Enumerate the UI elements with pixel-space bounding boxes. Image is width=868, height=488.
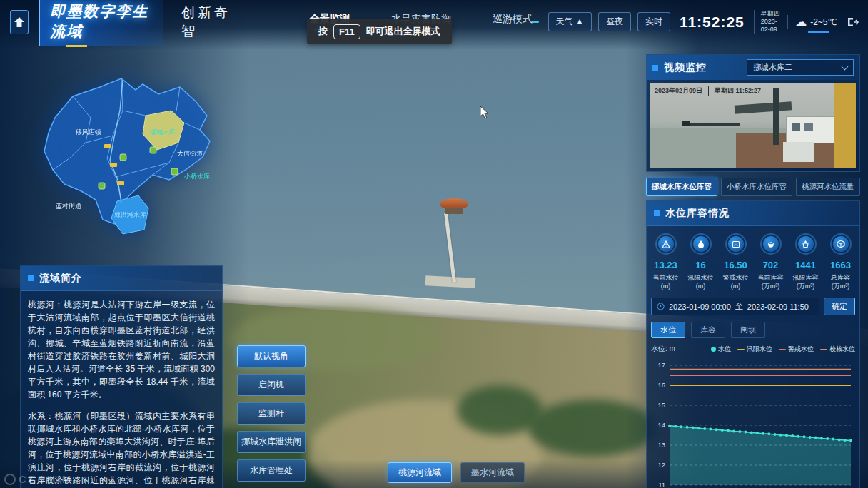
app-title-block: 即墨数字孪生流域: [39, 0, 163, 46]
cube-icon: [833, 236, 849, 252]
scene-pier: [444, 213, 456, 283]
tab-water-level[interactable]: 水位: [651, 322, 685, 338]
exit-fullscreen-button[interactable]: [847, 16, 859, 28]
bullet-icon: [654, 210, 660, 216]
home-icon: [13, 16, 26, 29]
fullscreen-tooltip: 按 F11 即可退出全屏模式: [307, 19, 452, 44]
svg-text:13: 13: [657, 441, 665, 449]
day-night-button[interactable]: 昼夜: [598, 12, 631, 31]
tab-xiaoqiao-level-capacity[interactable]: 小桥水库水位库容: [721, 178, 792, 196]
tab-capacity[interactable]: 库容: [691, 322, 725, 338]
overview-map[interactable]: 移风店镇 大信街道 蓝村街道 挪城水库 小桥水库 棘洪滩水库: [16, 50, 224, 237]
warning-triangle-icon: [658, 236, 674, 252]
right-panel-column: 视频监控 挪城水库二 2023年02月09日: [646, 54, 860, 488]
water-level-chart[interactable]: 171615141312112023-01-092023-01-182023-0…: [648, 355, 857, 488]
tab-moshui-basin[interactable]: 墨水河流域: [460, 462, 525, 483]
date-range-input[interactable]: 2023-01-09 00:00 至 2023-02-09 11:50: [651, 298, 819, 315]
level-capacity-title: 水位库容情况: [665, 207, 730, 220]
video-feed: 2023年02月09日 星期四 11:52:27: [650, 83, 856, 168]
map-label: 移风店镇: [75, 128, 101, 136]
video-timestamp: 2023年02月09日 星期四 11:52:27: [655, 86, 761, 96]
intro-text: 桃源河：桃源河是大沽河下游左岸一级支流，位于大沽河流域南部，起点位于即墨区大信街…: [21, 291, 222, 488]
legend-item[interactable]: 警戒水位: [779, 345, 814, 354]
tab-taoyuan-level-flow[interactable]: 桃源河水位流量: [796, 178, 860, 196]
intro-title: 流域简介: [39, 272, 82, 285]
temp-accent: [808, 31, 829, 33]
confirm-button[interactable]: 确定: [824, 298, 855, 315]
svg-text:12: 12: [657, 461, 665, 469]
realtime-button[interactable]: 实时: [637, 12, 670, 31]
legend-item[interactable]: 水位: [711, 345, 731, 354]
mouse-cursor: [480, 106, 490, 120]
view-reservoir-office-button[interactable]: 水库管理处: [237, 459, 306, 482]
stat-current-level: 13.23 当前水位(m): [648, 233, 683, 290]
water-drop-icon: [693, 236, 709, 252]
legend-item[interactable]: 汛限水位: [737, 345, 772, 354]
camera-select[interactable]: 挪城水库二: [747, 59, 854, 76]
stats-row: 13.23 当前水位(m) 16 汛限水位(m) 16.50 警戒水位(m): [647, 226, 859, 295]
basin-switcher: 桃源河流域 墨水河流域: [388, 462, 525, 483]
cloud-icon: ☁: [795, 15, 807, 29]
stat-current-capacity: 702 当前库容(万m³): [753, 233, 788, 290]
svg-text:16: 16: [657, 381, 665, 389]
basin-intro-panel: 流域简介 桃源河：桃源河是大沽河下游左岸一级支流，位于大沽河流域南部，起点位于即…: [20, 265, 223, 488]
panel-header: 水位库容情况: [647, 201, 859, 226]
metric-tabs: 水位 库容 闸坝: [651, 322, 855, 338]
app-root: 即墨数字孪生流域 创新奇智 全景监测 水旱灾害防御 巡游模式 天气 ▲ 昼夜 实…: [0, 0, 868, 488]
weekday: 星期四: [761, 10, 780, 17]
map-label: 挪城水库: [150, 128, 176, 136]
date: 2023-02-09: [761, 18, 777, 33]
date-end: 2023-02-09 11:50: [747, 303, 809, 311]
bullet-icon: [28, 275, 34, 281]
tab-sluice[interactable]: 闸坝: [731, 322, 765, 338]
scene-trees: [528, 400, 657, 457]
top-bar-right: 天气 ▲ 昼夜 实时 11:52:25 星期四 2023-02-09 ☁ -2~…: [533, 10, 859, 34]
stat-warning-level: 16.50 警戒水位(m): [718, 233, 753, 290]
f11-key-badge: F11: [333, 24, 360, 39]
svg-text:14: 14: [657, 421, 665, 429]
cesium-watermark: CESIUM: [4, 473, 73, 485]
intro-paragraph: 桃源河：桃源河是大沽河下游左岸一级支流，位于大沽河流域南部，起点位于即墨区大信街…: [28, 298, 215, 401]
svg-text:15: 15: [657, 401, 665, 409]
video-structure: [735, 101, 792, 114]
video-structure: [773, 88, 779, 145]
scene-pavilion-roof: [440, 198, 468, 208]
tab-taoyuan-basin[interactable]: 桃源河流域: [388, 462, 452, 483]
date-separator: 至: [735, 301, 743, 312]
weather-button[interactable]: 天气 ▲: [548, 12, 592, 31]
view-default-button[interactable]: 默认视角: [237, 345, 306, 367]
video-camera: [682, 121, 690, 126]
bucket-drop-icon: [798, 236, 814, 252]
chart-header: 水位: m 水位汛限水位警戒水位校核水位: [651, 344, 855, 354]
map-label: 大信街道: [177, 150, 203, 157]
view-monitor-pole-button[interactable]: 监测杆: [237, 402, 306, 425]
video-structure: [834, 83, 856, 168]
bullet-icon: [652, 65, 658, 71]
tip-suffix: 即可退出全屏模式: [366, 25, 440, 38]
collapse-dash-icon[interactable]: [533, 21, 539, 23]
tab-nuocheng-level-capacity[interactable]: 挪城水库水位库容: [646, 178, 717, 196]
temperature: -2~5℃: [810, 17, 837, 27]
chart-legend: 水位汛限水位警戒水位校核水位: [711, 345, 855, 354]
video-structure: [783, 142, 814, 162]
viewpoint-buttons: 默认视角 启闭机 监测杆 挪城水库泄洪闸 水库管理处 小桥水库泄洪闸: [237, 345, 306, 488]
date-range-row: 2023-01-09 00:00 至 2023-02-09 11:50 确定: [651, 298, 855, 315]
home-button[interactable]: [10, 10, 29, 34]
legend-item[interactable]: 校核水位: [820, 345, 855, 354]
video-structure: [804, 123, 813, 131]
view-nuocheng-spillway-button[interactable]: 挪城水库泄洪闸: [237, 431, 306, 453]
app-title: 即墨数字孪生流域: [50, 3, 148, 39]
video-structure: [792, 123, 800, 131]
chevron-up-icon: ▲: [575, 16, 584, 26]
date-block: 星期四 2023-02-09: [754, 10, 781, 34]
weather-readout: ☁ -2~5℃: [787, 15, 837, 29]
stat-flood-limit-level: 16 汛限水位(m): [683, 233, 718, 290]
map-label: 棘洪滩水库: [114, 211, 146, 218]
level-capacity-panel: 水位库容情况 13.23 当前水位(m) 16 汛限水位(m): [646, 200, 860, 488]
station-tabs: 挪城水库水位库容 小桥水库水位库容 桃源河水位流量: [646, 178, 860, 196]
tab-cruise-mode[interactable]: 巡游模式: [493, 13, 533, 31]
cesium-logo-icon: [4, 474, 16, 485]
svg-text:17: 17: [657, 361, 665, 369]
view-hoist-button[interactable]: 启闭机: [237, 374, 306, 396]
map-label: 小桥水库: [183, 173, 210, 180]
